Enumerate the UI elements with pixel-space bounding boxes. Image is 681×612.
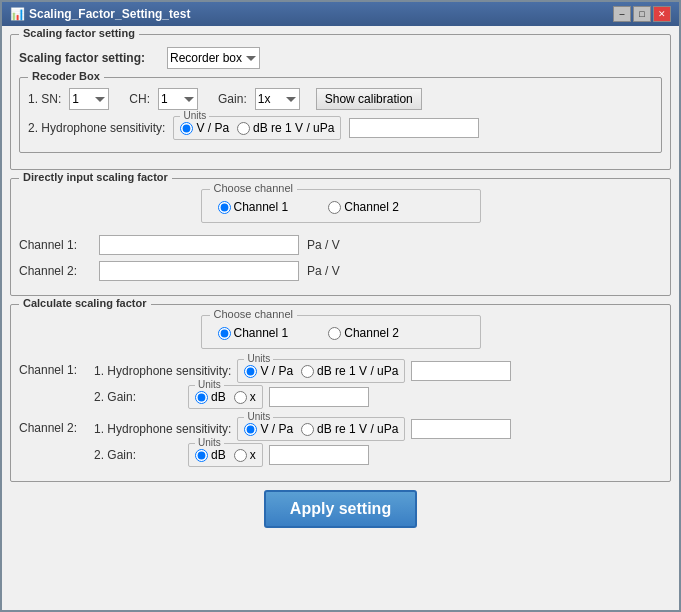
- calc-ch1-gain-x-radio[interactable]: [234, 391, 247, 404]
- hydrophone-value-input[interactable]: [349, 118, 479, 138]
- direct-ch1-input[interactable]: [99, 235, 299, 255]
- calc-ch2-gain-units-group: Units dB x: [188, 443, 263, 467]
- hydrophone-label: 2. Hydrophone sensitivity:: [28, 121, 165, 135]
- calc-ch1-sens-units-group: Units V / Pa dB re 1 V / uPa: [237, 359, 405, 383]
- calc-ch2-gain-units-title: Units: [195, 437, 224, 448]
- direct-ch1-radio[interactable]: [218, 201, 231, 214]
- calc-ch2-sens-units-title: Units: [244, 411, 273, 422]
- direct-ch2-label-text: Channel 2:: [19, 264, 99, 278]
- calc-ch1-sens-vpa-radio[interactable]: [244, 365, 257, 378]
- calc-ch1-gain-input[interactable]: [269, 387, 369, 407]
- window-icon: 📊: [10, 7, 25, 21]
- calc-ch1-gain-db-radio[interactable]: [195, 391, 208, 404]
- direct-ch2-label[interactable]: Channel 2: [328, 200, 399, 214]
- apply-row: Apply setting: [10, 490, 671, 528]
- show-calibration-button[interactable]: Show calibration: [316, 88, 422, 110]
- calc-ch2-sens-db-radio[interactable]: [301, 423, 314, 436]
- calc-ch2-label[interactable]: Channel 2: [328, 326, 399, 340]
- calc-ch2-gain-input[interactable]: [269, 445, 369, 465]
- scaling-factor-group: Scaling factor setting Scaling factor se…: [10, 34, 671, 170]
- calc-ch2-sens-units-group: Units V / Pa dB re 1 V / uPa: [237, 417, 405, 441]
- gain-select[interactable]: 1x2x4x8x: [255, 88, 300, 110]
- calc-ch2-gain-x-radio[interactable]: [234, 449, 247, 462]
- window-title: 📊 Scaling_Factor_Setting_test: [10, 7, 190, 21]
- sn-select[interactable]: 123: [69, 88, 109, 110]
- scaling-factor-dropdown[interactable]: Recorder box Direct input Calculate: [167, 47, 260, 69]
- calc-ch1-radio[interactable]: [218, 327, 231, 340]
- title-bar: 📊 Scaling_Factor_Setting_test – □ ✕: [2, 2, 679, 26]
- close-button[interactable]: ✕: [653, 6, 671, 22]
- direct-ch1-label-text: Channel 1:: [19, 238, 99, 252]
- gain-label: Gain:: [218, 92, 247, 106]
- calc-ch1-label[interactable]: Channel 1: [218, 326, 289, 340]
- calc-ch1-sens-db-label[interactable]: dB re 1 V / uPa: [301, 364, 398, 378]
- ch-select[interactable]: 12: [158, 88, 198, 110]
- calc-ch2-sens-vpa-radio[interactable]: [244, 423, 257, 436]
- calc-ch1-sens-input[interactable]: [411, 361, 511, 381]
- minimize-button[interactable]: –: [613, 6, 631, 22]
- recorder-box-group: Recoder Box 1. SN: 123 CH: 12: [19, 77, 662, 153]
- direct-ch1-unit: Pa / V: [307, 238, 340, 252]
- calc-ch2-sens-vpa-label[interactable]: V / Pa: [244, 422, 293, 436]
- direct-ch2-input[interactable]: [99, 261, 299, 281]
- calc-ch1-gain-x-label[interactable]: x: [234, 390, 256, 404]
- calc-ch1-label-text: Channel 1:: [19, 363, 94, 377]
- calc-ch2-gain-db-radio[interactable]: [195, 449, 208, 462]
- apply-setting-button[interactable]: Apply setting: [264, 490, 417, 528]
- sn-label: 1. SN:: [28, 92, 61, 106]
- direct-choose-channel-title: Choose channel: [210, 182, 298, 194]
- units-db-label[interactable]: dB re 1 V / uPa: [237, 121, 334, 135]
- title-controls: – □ ✕: [613, 6, 671, 22]
- calc-ch1-gain-units-group: Units dB x: [188, 385, 263, 409]
- maximize-button[interactable]: □: [633, 6, 651, 22]
- recorder-units-group: Units V / Pa dB re 1 V / uPa: [173, 116, 341, 140]
- calc-choose-channel-title: Choose channel: [210, 308, 298, 320]
- calc-ch1-gain-label: 2. Gain:: [94, 390, 136, 404]
- calc-ch2-sens-db-label[interactable]: dB re 1 V / uPa: [301, 422, 398, 436]
- units-db-radio[interactable]: [237, 122, 250, 135]
- main-window: 📊 Scaling_Factor_Setting_test – □ ✕ Scal…: [0, 0, 681, 612]
- calc-ch1-sensitivity-label: 1. Hydrophone sensitivity:: [94, 364, 231, 378]
- calc-ch2-sens-input[interactable]: [411, 419, 511, 439]
- calc-ch1-gain-units-title: Units: [195, 379, 224, 390]
- window-content: Scaling factor setting Scaling factor se…: [2, 26, 679, 610]
- units-vpa-radio[interactable]: [180, 122, 193, 135]
- calc-ch2-gain-label: 2. Gain:: [94, 448, 136, 462]
- calculate-title: Calculate scaling factor: [19, 297, 151, 309]
- calc-ch1-sens-units-title: Units: [244, 353, 273, 364]
- calculate-group: Calculate scaling factor Choose channel …: [10, 304, 671, 482]
- units-vpa-label[interactable]: V / Pa: [180, 121, 229, 135]
- direct-ch1-label[interactable]: Channel 1: [218, 200, 289, 214]
- calc-ch2-label-text: Channel 2:: [19, 421, 94, 435]
- recorder-units-label: Units: [180, 110, 209, 121]
- direct-ch2-unit: Pa / V: [307, 264, 340, 278]
- recorder-box-title: Recoder Box: [28, 70, 104, 82]
- direct-input-group: Directly input scaling factor Choose cha…: [10, 178, 671, 296]
- calc-ch2-gain-x-label[interactable]: x: [234, 448, 256, 462]
- scaling-factor-group-title: Scaling factor setting: [19, 27, 139, 39]
- direct-input-title: Directly input scaling factor: [19, 171, 172, 183]
- direct-choose-channel-group: Choose channel Channel 1 Channel 2: [201, 189, 481, 223]
- calc-ch2-radio[interactable]: [328, 327, 341, 340]
- calc-ch1-sens-db-radio[interactable]: [301, 365, 314, 378]
- calc-ch2-sensitivity-label: 1. Hydrophone sensitivity:: [94, 422, 231, 436]
- calc-ch2-gain-db-label[interactable]: dB: [195, 448, 226, 462]
- direct-ch2-radio[interactable]: [328, 201, 341, 214]
- ch-label: CH:: [129, 92, 150, 106]
- scaling-factor-label: Scaling factor setting:: [19, 51, 159, 65]
- calc-ch1-sens-vpa-label[interactable]: V / Pa: [244, 364, 293, 378]
- calc-ch1-gain-db-label[interactable]: dB: [195, 390, 226, 404]
- calc-choose-channel-group: Choose channel Channel 1 Channel 2: [201, 315, 481, 349]
